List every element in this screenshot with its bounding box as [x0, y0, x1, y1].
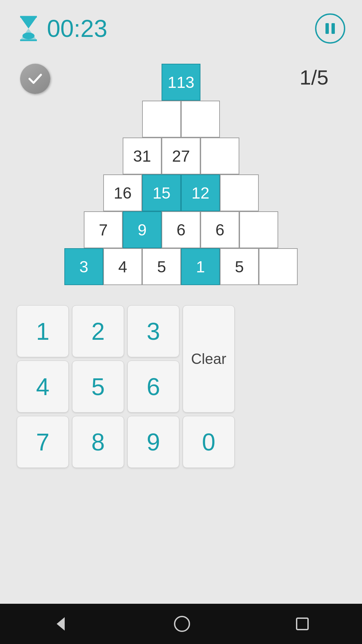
puzzle-area: 1/5 1133127161512796634515 [0, 60, 362, 285]
home-icon [173, 614, 191, 633]
cell-r2-c1[interactable]: 27 [162, 138, 200, 174]
navigation-bar [0, 604, 362, 644]
cell-r2-c2[interactable] [200, 138, 239, 174]
cell-r5-c1[interactable]: 4 [103, 248, 142, 285]
cell-r4-c0[interactable]: 7 [84, 211, 123, 248]
timer-display: 00:23 [47, 15, 107, 42]
check-badge[interactable] [20, 64, 50, 94]
cell-r1-c1[interactable] [181, 101, 220, 138]
cell-r3-c0[interactable]: 16 [103, 174, 142, 211]
key-0[interactable]: 0 [183, 416, 235, 468]
key-9[interactable]: 9 [127, 416, 179, 468]
pause-icon [323, 21, 338, 36]
pyramid-row-0: 113 [162, 64, 200, 101]
pyramid-row-3: 161512 [103, 174, 259, 211]
keypad: 1 2 3 Clear 4 5 6 7 8 9 0 [0, 305, 362, 468]
svg-marker-0 [20, 17, 37, 29]
clear-button[interactable]: Clear [183, 305, 235, 413]
cell-r5-c4[interactable]: 5 [220, 248, 259, 285]
hourglass-icon [17, 15, 40, 42]
recents-button[interactable] [294, 615, 311, 632]
cell-r3-c1[interactable]: 15 [142, 174, 181, 211]
pyramid-row-5: 34515 [64, 248, 298, 285]
cell-r3-c2[interactable]: 12 [181, 174, 220, 211]
cell-r5-c0[interactable]: 3 [64, 248, 103, 285]
level-indicator: 1/5 [300, 65, 328, 89]
key-3[interactable]: 3 [127, 305, 179, 357]
cell-r4-c4[interactable] [239, 211, 278, 248]
cell-r4-c2[interactable]: 6 [162, 211, 200, 248]
cell-r2-c0[interactable]: 31 [123, 138, 162, 174]
cell-r5-c3[interactable]: 1 [181, 248, 220, 285]
pyramid-row-4: 7966 [84, 211, 278, 248]
cell-r1-c0[interactable] [142, 101, 181, 138]
back-icon [51, 614, 70, 633]
svg-rect-6 [331, 23, 335, 34]
key-8[interactable]: 8 [72, 416, 124, 468]
svg-rect-5 [325, 23, 329, 34]
key-1[interactable]: 1 [17, 305, 69, 357]
timer-area: 00:23 [17, 15, 107, 42]
checkmark-icon [26, 70, 44, 88]
pyramid-row-1 [142, 101, 220, 138]
key-2[interactable]: 2 [72, 305, 124, 357]
cell-r5-c5[interactable] [259, 248, 298, 285]
svg-marker-7 [57, 617, 65, 631]
key-4[interactable]: 4 [17, 361, 69, 413]
pause-button[interactable] [315, 13, 345, 44]
cell-r0-c0[interactable]: 113 [162, 64, 200, 101]
svg-rect-9 [297, 618, 308, 630]
svg-point-8 [175, 616, 189, 631]
home-button[interactable] [173, 614, 191, 633]
cell-r4-c1[interactable]: 9 [123, 211, 162, 248]
svg-point-4 [22, 33, 35, 39]
cell-r4-c3[interactable]: 6 [200, 211, 239, 248]
pyramid-row-2: 3127 [123, 138, 239, 174]
pyramid: 1133127161512796634515 [64, 64, 298, 285]
header: 00:23 [0, 0, 362, 50]
key-7[interactable]: 7 [17, 416, 69, 468]
key-5[interactable]: 5 [72, 361, 124, 413]
back-button[interactable] [51, 614, 70, 633]
recents-icon [294, 615, 311, 632]
key-6[interactable]: 6 [127, 361, 179, 413]
cell-r5-c2[interactable]: 5 [142, 248, 181, 285]
cell-r3-c3[interactable] [220, 174, 259, 211]
